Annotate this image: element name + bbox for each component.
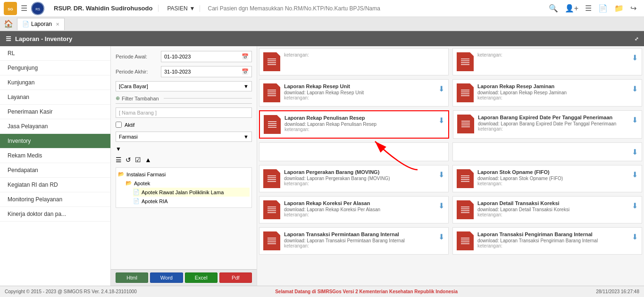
report-card-rekap-penulisan-resep[interactable]: Laporan Rekap Penulisan Resep download: … [259, 110, 449, 139]
sidebar-item-kegiatan-ri-label: Kegiatan RI dan RD [8, 182, 58, 188]
html-button[interactable]: Html [116, 272, 148, 283]
home-icon[interactable]: 🏠 [4, 19, 13, 28]
report-card-detail-transaksi-koreksi[interactable]: Laporan Detail Transaksi Koreksi downloa… [452, 196, 642, 223]
scroll-up-icon[interactable]: ▲ [145, 156, 151, 164]
undo-icon[interactable]: ↺ [125, 156, 131, 164]
tree-file-icon-rawat: 📄 [133, 189, 140, 195]
download-icon[interactable]: ⬇ [438, 232, 444, 241]
sidebar-item-inventory[interactable]: Inventory [0, 134, 110, 148]
sidebar-item-pendapatan[interactable]: Pendapatan [0, 163, 110, 178]
sidebar-item-pengunjung[interactable]: Pengunjung [0, 61, 110, 75]
sidebar-item-kegiatan-ri[interactable]: Kegiatan RI dan RD [0, 178, 110, 192]
report-download: download: Laporan Transaksi Pengiriman B… [477, 238, 628, 243]
periode-awal-input[interactable]: 01-10-2023 📅 [161, 51, 252, 62]
report-card-pergerakan-barang[interactable]: Laporan Pergerakan Barang (MOVING) downl… [259, 165, 449, 192]
report-icon [263, 52, 280, 71]
section-title: Laporan - Inventory [15, 35, 72, 42]
pdf-button[interactable]: Pdf [219, 272, 252, 283]
calendar-icon-akhir[interactable]: 📅 [242, 68, 249, 75]
sidebar-item-penerimaan-kasir[interactable]: Penerimaan Kasir [0, 105, 110, 119]
report-card-transaksi-pengiriman[interactable]: Laporan Transaksi Pengiriman Barang Inte… [452, 227, 642, 255]
report-card-rekap-resep-jaminan[interactable]: Laporan Rekap Resep Jaminan download: La… [452, 79, 642, 107]
filter-tambahan-section: ⊕ Filter Tambahan [116, 95, 252, 104]
report-icon [457, 169, 474, 188]
periode-awal-row: Periode Awal: 01-10-2023 📅 [116, 51, 252, 62]
download-icon[interactable]: ⬇ [632, 170, 638, 179]
word-button[interactable]: Word [150, 272, 183, 283]
main-layout: RL Pengunjung Kunjungan Layanan Penerima… [0, 46, 644, 286]
tab-close-icon[interactable]: ✕ [56, 22, 59, 27]
download-icon[interactable]: ⬇ [438, 84, 444, 93]
sidebar: RL Pengunjung Kunjungan Layanan Penerima… [0, 46, 111, 286]
download-icon[interactable]: ⬇ [438, 116, 444, 125]
tree-item-apotek-rawat[interactable]: 📄 Apotek Rawat Jalan Poliklinik Lama [133, 188, 250, 197]
list-view-icon[interactable]: ☰ [116, 156, 122, 164]
report-icon [263, 83, 280, 102]
menu-hamburger-icon[interactable]: ☰ [6, 35, 11, 42]
report-keterangan-partial-left: keterangan: [284, 52, 444, 58]
report-card-transaksi-permintaan[interactable]: Laporan Transaksi Permintaan Barang Inte… [259, 227, 449, 255]
unit-select[interactable]: Farmasi ▼ [116, 132, 252, 142]
download-icon[interactable]: ⬇ [438, 170, 444, 179]
report-card-rekap-resep-unit[interactable]: Laporan Rekap Resep Unit download: Lapor… [259, 79, 449, 107]
tree-item-instalasi[interactable]: 📂 Instalasi Farmasi [118, 170, 250, 179]
search-input[interactable] [204, 3, 541, 14]
sidebar-item-rl[interactable]: RL [0, 46, 110, 61]
download-icon[interactable]: ⬇ [632, 84, 638, 93]
excel-button[interactable]: Excel [185, 272, 217, 283]
sidebar-item-layanan[interactable]: Layanan [0, 90, 110, 105]
sidebar-item-kunjungan[interactable]: Kunjungan [0, 75, 110, 90]
tabbar: 🏠 📄 Laporan ✕ [0, 17, 644, 31]
report-icon [457, 83, 474, 102]
tree-item-apotek-ria[interactable]: 📄 Apotek RIA [133, 197, 250, 206]
topbar: SG ☰ RS RSUP. DR. Wahidin Sudirohusodo P… [0, 0, 644, 17]
download-icon[interactable]: ⬇ [632, 232, 638, 241]
aktif-checkbox[interactable] [116, 122, 122, 128]
nama-barang-input[interactable]: [ Nama Barang ] [116, 107, 252, 118]
document-icon[interactable]: 📄 [598, 4, 608, 13]
download-icon[interactable]: ⬇ [632, 53, 638, 62]
sidebar-item-kinerja[interactable]: Kinerja doktor dan pa... [0, 207, 110, 222]
exit-icon[interactable]: ↪ [630, 4, 636, 13]
download-icon[interactable]: ⬇ [632, 116, 638, 124]
plus-icon: ⊕ [116, 95, 120, 101]
pasien-selector[interactable]: PASIEN ▼ [162, 5, 200, 12]
check-icon[interactable]: ☑ [135, 156, 141, 164]
sidebar-item-jasa-pelayanan[interactable]: Jasa Pelayanan [0, 119, 110, 134]
tab-laporan[interactable]: 📄 Laporan ✕ [17, 18, 65, 30]
folder-icon[interactable]: 📁 [614, 4, 624, 13]
download-icon[interactable]: ⬇ [632, 148, 638, 157]
report-keterangan: keterangan: [477, 212, 628, 217]
report-card-barang-expired[interactable]: Laporan Barang Expired Date Per Tanggal … [453, 110, 642, 139]
pasien-dropdown-icon: ▼ [190, 5, 195, 12]
tree-item-apotek[interactable]: 📂 Apotek [125, 179, 250, 188]
report-title: Laporan Rekap Penulisan Resep [284, 115, 435, 121]
calendar-icon-awal[interactable]: 📅 [242, 53, 249, 60]
sidebar-item-rekam-medis-label: Rekam Medis [8, 152, 42, 159]
sidebar-item-monitoring[interactable]: Monitoring Pelayanan [0, 192, 110, 207]
report-card-stok-opname[interactable]: Laporan Stok Opname (FIFO) download: Lap… [452, 165, 642, 192]
report-title: Laporan Transaksi Permintaan Barang Inte… [284, 231, 435, 237]
periode-akhir-row: Periode Akhir: 31-10-2023 📅 [116, 66, 252, 77]
report-grid: keterangan: keterangan: ⬇ Laporan [257, 46, 644, 286]
report-download: download: Laporan Rekap Penulisan Resep [284, 122, 435, 127]
download-icon[interactable]: ⬇ [632, 201, 638, 210]
expand-icon[interactable]: ⤢ [635, 36, 638, 41]
report-card-empty-right[interactable]: ⬇ [452, 142, 642, 161]
sidebar-item-rekam-medis[interactable]: Rekam Medis [0, 148, 110, 163]
report-card-partial-left[interactable]: keterangan: [259, 48, 449, 75]
cara-bayar-select[interactable]: [Cara Bayar] ▼ [116, 81, 252, 91]
download-icon[interactable]: ⬇ [438, 201, 444, 210]
welcome-text: Selamat Datang di SIMRSGos Versi 2 Kemen… [275, 289, 458, 294]
report-card-rekap-koreksi[interactable]: Laporan Rekap Koreksi Per Alasan downloa… [259, 196, 449, 223]
cara-bayar-dropdown-icon: ▼ [243, 83, 249, 89]
periode-akhir-input[interactable]: 31-10-2023 📅 [161, 66, 252, 77]
search-icon[interactable]: 🔍 [549, 4, 558, 13]
report-card-partial-right[interactable]: keterangan: ⬇ [452, 48, 642, 75]
report-keterangan: keterangan: [477, 243, 628, 248]
report-info: Laporan Rekap Resep Jaminan download: La… [477, 83, 628, 100]
report-row-5: Laporan Rekap Koreksi Per Alasan downloa… [257, 194, 644, 225]
menu-icon[interactable]: ☰ [21, 4, 27, 13]
list-icon[interactable]: ☰ [585, 4, 592, 13]
add-user-icon[interactable]: 👤+ [565, 4, 578, 13]
